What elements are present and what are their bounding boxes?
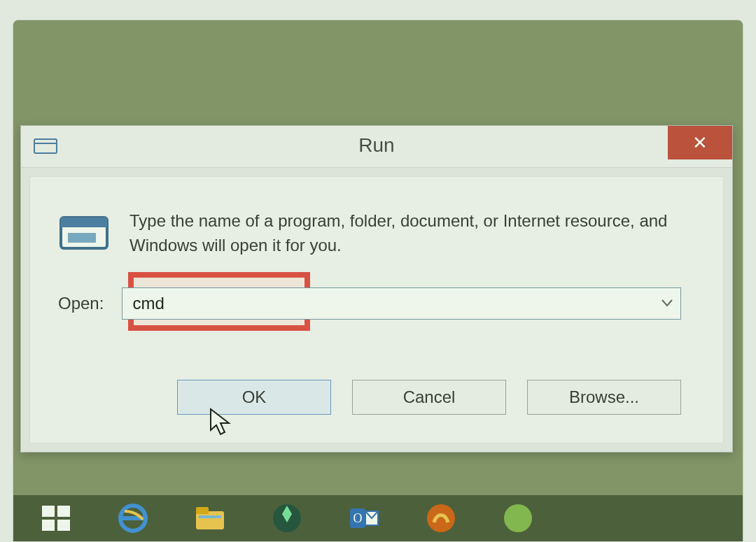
start-button[interactable] bbox=[31, 500, 80, 536]
ok-button[interactable]: OK bbox=[177, 380, 331, 415]
svg-rect-12 bbox=[196, 507, 209, 514]
svg-rect-7 bbox=[57, 506, 70, 517]
browse-button[interactable]: Browse... bbox=[527, 380, 681, 415]
taskbar: O bbox=[13, 495, 743, 541]
svg-rect-13 bbox=[199, 515, 221, 518]
svg-rect-6 bbox=[42, 506, 55, 517]
svg-rect-9 bbox=[57, 520, 70, 531]
taskbar-outlook[interactable]: O bbox=[340, 500, 388, 536]
svg-point-18 bbox=[427, 504, 455, 532]
svg-rect-3 bbox=[61, 217, 107, 227]
open-combobox[interactable] bbox=[122, 287, 681, 320]
open-input[interactable] bbox=[122, 287, 681, 320]
svg-rect-4 bbox=[68, 233, 96, 243]
svg-text:O: O bbox=[354, 511, 363, 525]
desktop-area: Run ✕ Type the name of a program, folder… bbox=[13, 20, 743, 542]
taskbar-app-1[interactable] bbox=[262, 500, 312, 536]
run-large-icon bbox=[58, 213, 110, 255]
cancel-button[interactable]: Cancel bbox=[352, 380, 506, 415]
svg-rect-8 bbox=[42, 520, 55, 531]
close-icon: ✕ bbox=[692, 132, 708, 154]
taskbar-app-3[interactable] bbox=[493, 500, 542, 536]
run-description: Type the name of a program, folder, docu… bbox=[130, 209, 681, 258]
open-label: Open: bbox=[58, 294, 104, 313]
taskbar-app-2[interactable] bbox=[416, 500, 465, 536]
close-button[interactable]: ✕ bbox=[668, 126, 732, 159]
run-title: Run bbox=[21, 134, 732, 157]
run-titlebar[interactable]: Run ✕ bbox=[21, 126, 732, 168]
svg-point-19 bbox=[504, 504, 532, 532]
run-dialog: Run ✕ Type the name of a program, folder… bbox=[20, 125, 733, 452]
taskbar-ie[interactable] bbox=[108, 500, 158, 536]
run-body: Type the name of a program, folder, docu… bbox=[29, 176, 724, 443]
taskbar-file-explorer[interactable] bbox=[186, 500, 234, 536]
